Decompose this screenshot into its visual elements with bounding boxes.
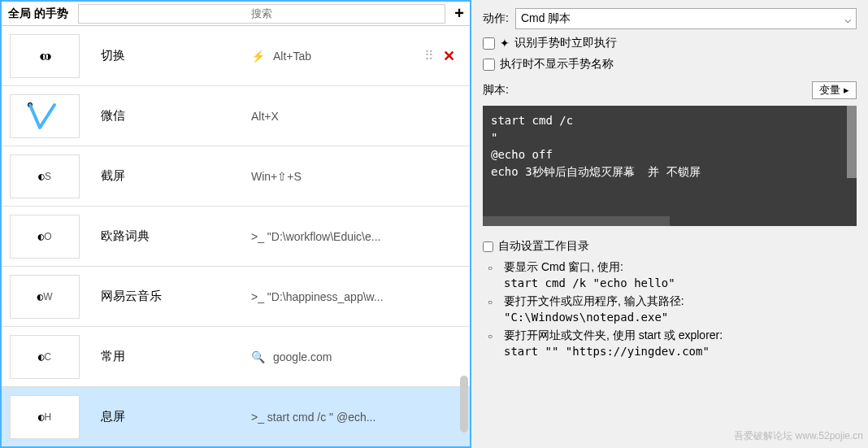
search-icon: 🔍 (251, 350, 265, 363)
gesture-action: Win+⇧+S (251, 170, 470, 183)
gesture-icon: ◐W (10, 275, 80, 319)
gesture-icon: ◐C (10, 335, 80, 379)
gesture-icon: ◐S (10, 154, 80, 198)
help-item: 要打开文件或应用程序, 输入其路径:"C:\Windows\notepad.ex… (493, 294, 857, 324)
help-item: 要显示 Cmd 窗口, 使用:start cmd /k "echo hello" (493, 260, 857, 289)
chevron-down-icon: ⌵ (844, 12, 851, 25)
action-select[interactable]: Cmd 脚本 ⌵ (515, 8, 857, 29)
help-item-text: 要显示 Cmd 窗口, 使用: (504, 260, 857, 275)
gesture-row[interactable]: ◐W网易云音乐>_ "D:\happiness_app\w... (2, 267, 470, 327)
gesture-action: 🔍google.com (251, 350, 470, 363)
gesture-action: Alt+X (251, 110, 470, 123)
script-textarea[interactable]: start cmd /c " @echo off echo 3秒钟后自动熄灭屏幕… (483, 106, 857, 226)
checkbox-instant-exec-label: 识别手势时立即执行 (514, 36, 617, 50)
gesture-action: >_ "D:\workflow\Eduic\e... (251, 230, 470, 243)
list-scrollbar[interactable] (460, 376, 468, 433)
gesture-list: ◐◑切换⚡Alt+Tab⠿✕微信Alt+X◐S截屏Win+⇧+S◐O欧路词典>_… (2, 26, 470, 446)
gesture-action-text: Alt+Tab (273, 50, 311, 63)
gesture-action-text: >_ "D:\workflow\Eduic\e... (251, 230, 380, 243)
gesture-name: 常用 (101, 349, 251, 364)
gesture-name: 微信 (101, 108, 251, 124)
add-gesture-button[interactable]: + (449, 3, 470, 24)
gesture-action-text: google.com (273, 350, 332, 363)
gesture-name: 欧路词典 (101, 228, 251, 244)
gesture-action-text: >_ start cmd /c " @ech... (251, 411, 375, 424)
gesture-icon: ◐H (10, 395, 80, 439)
script-v-scrollbar[interactable] (847, 106, 857, 178)
gesture-row[interactable]: ◐S截屏Win+⇧+S (2, 146, 470, 207)
left-panel: 全局 的手势 + ◐◑切换⚡Alt+Tab⠿✕微信Alt+X◐S截屏Win+⇧+… (0, 0, 471, 448)
checkbox-hide-name-label: 执行时不显示手势名称 (500, 57, 614, 72)
row-controls: ⠿✕ (400, 26, 470, 85)
help-item-code: start cmd /k "echo hello" (504, 276, 857, 289)
drag-handle-icon[interactable]: ⠿ (424, 48, 435, 63)
checkbox-hide-name-input[interactable] (483, 59, 495, 71)
checkbox-auto-dir-input[interactable] (483, 241, 493, 252)
search-box (78, 4, 445, 24)
gesture-row[interactable]: ◐◑切换⚡Alt+Tab⠿✕ (2, 26, 470, 86)
gesture-icon (10, 94, 80, 138)
left-header: 全局 的手势 + (2, 2, 470, 26)
gesture-action-text: Alt+X (251, 110, 279, 123)
gesture-action-text: Win+⇧+S (251, 170, 302, 183)
help-item-code: "C:\Windows\notepad.exe" (504, 311, 857, 324)
gesture-action: >_ "D:\happiness_app\w... (251, 290, 470, 303)
help-item-code: start "" "https://yingdev.com" (504, 345, 857, 358)
action-row: 动作: Cmd 脚本 ⌵ (483, 8, 857, 29)
bolt-icon: ✦ (500, 37, 510, 50)
help-item: 要打开网址或文件夹, 使用 start 或 explorer:start "" … (493, 328, 857, 358)
checkbox-hide-name[interactable]: 执行时不显示手势名称 (483, 57, 857, 72)
gesture-row[interactable]: ◐C常用🔍google.com (2, 327, 470, 387)
bolt-icon: ⚡ (251, 50, 265, 63)
script-label: 脚本: (483, 83, 509, 98)
panel-title: 全局 的手势 (2, 7, 75, 21)
gesture-icon: ◐O (10, 215, 80, 259)
script-header: 脚本: 变量 ▸ (483, 81, 857, 99)
action-label: 动作: (483, 11, 509, 26)
action-select-value: Cmd 脚本 (521, 11, 571, 26)
right-panel: 动作: Cmd 脚本 ⌵ ✦ 识别手势时立即执行 执行时不显示手势名称 脚本: … (471, 0, 868, 448)
checkbox-instant-exec[interactable]: ✦ 识别手势时立即执行 (483, 36, 857, 50)
gesture-name: 切换 (101, 48, 251, 63)
gesture-icon: ◐◑ (10, 34, 80, 78)
gesture-name: 息屏 (101, 409, 251, 424)
gesture-name: 截屏 (101, 168, 251, 184)
checkbox-auto-dir-label: 自动设置工作目录 (498, 239, 589, 254)
checkbox-instant-exec-input[interactable] (483, 37, 495, 50)
gesture-action: >_ start cmd /c " @ech... (251, 411, 470, 424)
help-item-text: 要打开网址或文件夹, 使用 start 或 explorer: (504, 328, 857, 343)
watermark: 吾爱破解论坛 www.52pojie.cn (734, 429, 863, 443)
gesture-row[interactable]: ◐O欧路词典>_ "D:\workflow\Eduic\e... (2, 207, 470, 267)
help-item-text: 要打开文件或应用程序, 输入其路径: (504, 294, 857, 309)
gesture-row[interactable]: ◐H息屏>_ start cmd /c " @ech... (2, 387, 470, 446)
checkbox-auto-dir[interactable]: 自动设置工作目录 (483, 239, 857, 254)
help-list: 要显示 Cmd 窗口, 使用:start cmd /k "echo hello"… (483, 260, 857, 363)
script-content: start cmd /c " @echo off echo 3秒钟后自动熄灭屏幕… (491, 114, 701, 226)
gesture-action-text: >_ "D:\happiness_app\w... (251, 290, 384, 303)
delete-button[interactable]: ✕ (443, 47, 455, 65)
gesture-row[interactable]: 微信Alt+X (2, 86, 470, 146)
variables-button[interactable]: 变量 ▸ (812, 81, 857, 99)
gesture-name: 网易云音乐 (101, 289, 251, 304)
script-h-scrollbar[interactable] (483, 216, 670, 226)
search-input[interactable] (78, 4, 445, 24)
